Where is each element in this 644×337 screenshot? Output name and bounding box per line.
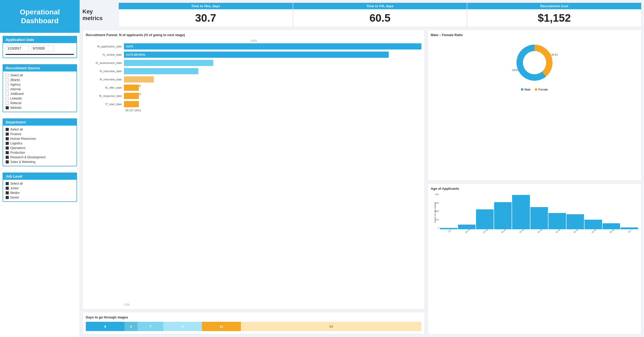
days-segment: 9 <box>163 322 202 331</box>
funnel-row-label: f5_offer_date <box>86 86 122 89</box>
filter-item[interactable]: Website <box>6 105 74 110</box>
department-filter: Department Select allFinanceHuman Resour… <box>3 118 77 166</box>
filter-item-label: Senior <box>10 196 19 199</box>
funnel-bottom-label: 1.9% <box>86 303 421 306</box>
y-tick: 800 <box>431 193 439 196</box>
days-panel: Days to go through stages 93791154 <box>82 312 425 334</box>
checkbox-square <box>6 128 9 131</box>
funnel-bar-container: 69 (97.18%) <box>124 101 421 107</box>
y-axis: 0200400600800Count of Age cluster <box>431 193 440 229</box>
filter-item[interactable]: Senior <box>6 195 74 200</box>
funnel-chart: f0_application_date3,675f1_review_date3,… <box>86 43 421 303</box>
recruitment-source-filter: Recruitment Source Select all(Blank)Agen… <box>3 64 77 112</box>
filter-item[interactable]: Internal <box>6 87 74 92</box>
legend-label: Male <box>524 88 531 91</box>
y-tick: 0 <box>431 227 439 229</box>
job-level-filter: Job Level Select allJuniorMediorSenior <box>3 172 77 202</box>
days-segment: 54 <box>241 322 422 331</box>
filter-item[interactable]: (Blank) <box>6 78 74 82</box>
filter-item-label: Select all <box>10 128 23 131</box>
checkbox-square <box>6 78 9 81</box>
checkbox-square <box>6 182 9 185</box>
filter-item[interactable]: Research & Development <box>6 155 74 160</box>
checkbox-square <box>6 97 9 100</box>
sidebar-header: Operational Dashboard <box>0 0 80 33</box>
funnel-row-label: f2_assessment_date <box>86 61 122 64</box>
checkbox-square <box>6 196 9 199</box>
funnel-row: f6_response_date71 (100%) <box>86 92 421 100</box>
x-labels-row: <2020-2525-3030-3535-4040-4545-5050-5555… <box>431 230 638 233</box>
filter-item[interactable]: Human Resources <box>6 136 74 141</box>
main-content: Key metrics Time to Hire, days 30.7 Time… <box>80 0 644 337</box>
age-inner: 0200400600800Count of Age cluster <box>431 193 638 229</box>
filter-item[interactable]: Sales & Marketing <box>6 160 74 164</box>
filter-item-label: Agency <box>10 83 21 86</box>
filter-item[interactable]: Select all <box>6 181 74 186</box>
key-metrics-label: Key metrics <box>82 3 118 27</box>
funnel-row-label: f3_interview_date <box>86 70 122 73</box>
funnel-bar <box>124 93 139 99</box>
filter-item[interactable]: JobBoard <box>6 92 74 96</box>
job-level-title: Job Level <box>3 173 77 180</box>
date-from-input[interactable] <box>6 46 29 51</box>
legend-dot <box>521 88 523 91</box>
filter-item[interactable]: Junior <box>6 186 74 191</box>
checkbox-square <box>6 106 9 109</box>
age-bar <box>440 228 457 229</box>
funnel-bar <box>124 76 154 83</box>
checkbox-square <box>6 133 9 136</box>
donut-label: 61.09% <box>511 69 518 72</box>
filter-item[interactable]: LinkedIn <box>6 96 74 101</box>
donut-container: 38.91%61.09% MaleFemale <box>431 39 638 91</box>
donut-legend-item: Male <box>521 88 531 91</box>
donut-label: 38.91% <box>551 53 558 56</box>
days-segment: 11 <box>202 322 241 331</box>
y-axis-label: Count of Age cluster <box>434 200 436 225</box>
right-column: Male – Female Ratio 38.91%61.09% MaleFem… <box>427 30 641 334</box>
checkbox-square <box>6 156 9 159</box>
filter-item[interactable]: Select all <box>6 73 74 78</box>
checkbox-square <box>6 187 9 190</box>
funnel-bar <box>124 68 198 74</box>
age-bar <box>512 195 530 229</box>
filter-item[interactable]: Finance <box>6 132 74 136</box>
filter-item[interactable]: Operations <box>6 146 74 150</box>
filter-item-label: Logistics <box>10 142 22 145</box>
funnel-bar-container: 3,675 <box>124 43 421 50</box>
age-chart: 0200400600800Count of Age cluster<2020-2… <box>431 193 638 234</box>
date-slider[interactable] <box>6 54 74 55</box>
filter-item-label: Human Resources <box>10 137 36 141</box>
filter-item[interactable]: Medior <box>6 191 74 195</box>
funnel-bar-container: 71 (43.83%) <box>124 85 421 91</box>
funnel-row-label: f4_interview_date <box>86 78 122 81</box>
funnel-row: f1_review_date3,273 (89.06%) <box>86 51 421 58</box>
donut-svg: 38.91%61.09% <box>511 39 558 86</box>
days-segment: 9 <box>86 322 124 331</box>
checkbox-square <box>6 151 9 154</box>
funnel-row: f7_start_date69 (97.18%) <box>86 101 421 108</box>
filter-item[interactable]: Logistics <box>6 141 74 146</box>
donut-panel: Male – Female Ratio 38.91%61.09% MaleFem… <box>427 30 641 181</box>
funnel-bar <box>124 85 139 91</box>
funnel-row: f0_application_date3,675 <box>86 43 421 50</box>
filter-item-label: Select all <box>10 182 23 185</box>
job-level-body: Select allJuniorMediorSenior <box>3 180 77 201</box>
filter-item[interactable]: Production <box>6 150 74 155</box>
filter-item-label: LinkedIn <box>10 97 22 100</box>
metric-card-value: $1,152 <box>467 9 641 27</box>
filter-item[interactable]: Select all <box>6 127 74 132</box>
funnel-chart-panel: Recruitment Funnel. N of applicants (% o… <box>82 30 425 309</box>
filter-item[interactable]: Agency <box>6 82 74 87</box>
date-to-input[interactable] <box>31 46 54 51</box>
checkbox-square <box>6 74 9 77</box>
filter-item-label: JobBoard <box>10 92 23 96</box>
legend-dot <box>535 88 537 91</box>
donut-legend: MaleFemale <box>521 88 548 91</box>
metric-card-header: Time to Hire, days <box>119 3 293 9</box>
funnel-row: f4_interview_date162 (36.9%) <box>86 76 421 83</box>
filter-item[interactable]: Referral <box>6 101 74 105</box>
department-body: Select allFinanceHuman ResourcesLogistic… <box>3 126 77 166</box>
funnel-bar-container: 71 (100%) <box>124 93 421 99</box>
department-title: Department <box>3 119 77 126</box>
filter-item-label: Medior <box>10 191 20 195</box>
